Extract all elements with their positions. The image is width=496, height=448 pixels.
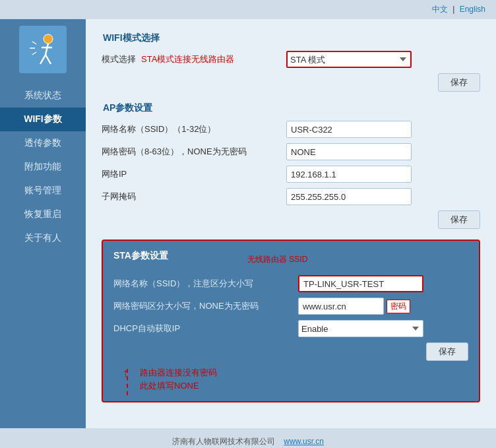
- sta-dhcp-row: DHCP自动获取IP Enable Disable: [113, 320, 468, 337]
- sta-password-annotation: 密码: [387, 300, 410, 313]
- ssid-annotation: 无线路由器 SSID: [247, 254, 307, 265]
- ap-ip-label: 网络IP: [102, 168, 286, 180]
- sta-mode-annotation: STA模式连接无线路由器: [141, 53, 234, 65]
- wifi-mode-save-row: 保存: [102, 73, 480, 92]
- wifi-mode-section: WIFI模式选择 模式选择 STA模式连接无线路由器 STA 模式 AP 模式 …: [102, 32, 480, 92]
- sta-password-row: 网络密码区分大小写，NONE为无密码 密码: [113, 298, 468, 315]
- ap-ssid-input[interactable]: [286, 121, 412, 138]
- sta-annotation-block: ↑ 路由器连接没有密码 此处填写NONE: [113, 366, 468, 392]
- ap-params-title: AP参数设置: [102, 102, 480, 114]
- sta-dhcp-select[interactable]: Enable Disable: [298, 320, 423, 337]
- sta-ssid-label: 网络名称（SSID），注意区分大小写: [113, 278, 298, 290]
- sidebar-item-restore-restart[interactable]: 恢复重启: [0, 203, 86, 226]
- sta-params-box: STA参数设置 无线路由器 SSID 网络名称（SSID），注意区分大小写 网络…: [102, 240, 480, 402]
- arrow-annotation-line2: 此处填写NONE: [140, 379, 468, 393]
- wifi-mode-label: 模式选择 STA模式连接无线路由器: [102, 53, 286, 65]
- sta-save-button[interactable]: 保存: [426, 342, 468, 361]
- footer-company-row: 济南有人物联网技术有限公司 www.usr.cn: [0, 436, 496, 447]
- sta-password-wrapper: 密码: [298, 298, 410, 315]
- ap-ip-input[interactable]: [286, 166, 412, 183]
- footer: 济南有人物联网技术有限公司 www.usr.cn Web Ver:1.0.0: [0, 428, 496, 448]
- footer-website[interactable]: www.usr.cn: [284, 437, 324, 446]
- footer-company: 济南有人物联网技术有限公司: [172, 437, 275, 446]
- logo: [19, 26, 67, 73]
- ap-subnet-row: 子网掩码: [102, 188, 480, 205]
- sidebar-item-system-status[interactable]: 系统状态: [0, 84, 86, 108]
- ap-ip-row: 网络IP: [102, 166, 480, 183]
- ap-password-input[interactable]: [286, 143, 412, 160]
- sidebar-item-wifi-params[interactable]: WIFI参数: [0, 108, 86, 131]
- sta-dhcp-label: DHCP自动获取IP: [113, 323, 298, 335]
- svg-rect-0: [23, 30, 63, 69]
- ap-password-label: 网络密码（8-63位），NONE为无密码: [102, 146, 286, 158]
- wifi-mode-select[interactable]: STA 模式 AP 模式: [286, 51, 412, 68]
- wifi-mode-row: 模式选择 STA模式连接无线路由器 STA 模式 AP 模式: [102, 51, 480, 68]
- sta-ssid-input[interactable]: [298, 275, 423, 292]
- svg-point-1: [44, 34, 53, 44]
- sidebar-item-about[interactable]: 关于有人: [0, 226, 86, 250]
- main-content: WIFI模式选择 模式选择 STA模式连接无线路由器 STA 模式 AP 模式 …: [86, 19, 496, 428]
- ap-params-save-button[interactable]: 保存: [438, 210, 480, 229]
- wifi-mode-save-button[interactable]: 保存: [438, 73, 480, 92]
- sidebar: 系统状态 WIFI参数 透传参数 附加功能 账号管理 恢复重启 关于有人: [0, 19, 86, 428]
- ap-subnet-input[interactable]: [286, 188, 412, 205]
- sta-password-input[interactable]: [298, 298, 384, 315]
- language-bar: 中文 | English: [0, 0, 496, 19]
- ap-password-row: 网络密码（8-63位），NONE为无密码: [102, 143, 480, 160]
- sidebar-item-transparent-params[interactable]: 透传参数: [0, 131, 86, 155]
- lang-divider: |: [452, 5, 454, 14]
- sidebar-item-extra-func[interactable]: 附加功能: [0, 155, 86, 179]
- sta-save-row: 保存: [113, 342, 468, 361]
- ap-params-section: AP参数设置 网络名称（SSID）（1-32位） 网络密码（8-63位），NON…: [102, 102, 480, 229]
- arrow-annotation-line1: 路由器连接没有密码: [140, 366, 468, 379]
- sta-password-label: 网络密码区分大小写，NONE为无密码: [113, 300, 298, 312]
- ap-ssid-row: 网络名称（SSID）（1-32位）: [102, 121, 480, 138]
- sidebar-item-account-mgmt[interactable]: 账号管理: [0, 179, 86, 203]
- wifi-mode-title: WIFI模式选择: [102, 32, 480, 44]
- english-lang[interactable]: English: [460, 5, 485, 14]
- logo-icon: [23, 30, 63, 69]
- ap-params-save-row: 保存: [102, 210, 480, 229]
- chinese-lang[interactable]: 中文: [432, 5, 448, 14]
- ap-subnet-label: 子网掩码: [102, 191, 286, 203]
- sta-section-title: STA参数设置: [113, 250, 168, 262]
- sidebar-nav: 系统状态 WIFI参数 透传参数 附加功能 账号管理 恢复重启 关于有人: [0, 84, 86, 250]
- sta-ssid-row: 网络名称（SSID），注意区分大小写: [113, 275, 468, 292]
- ap-ssid-label: 网络名称（SSID）（1-32位）: [102, 123, 286, 135]
